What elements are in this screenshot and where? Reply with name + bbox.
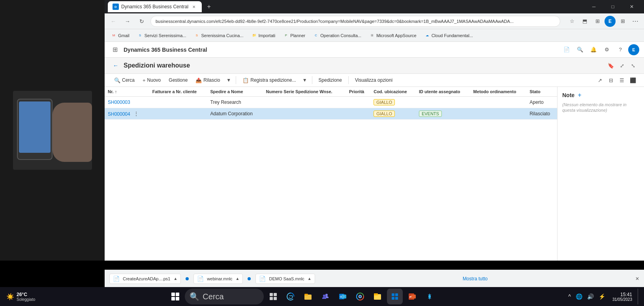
svg-point-6 (325, 294, 328, 296)
manage-label: Gestione (169, 77, 188, 83)
download-item-2[interactable]: 📄 webinar.mnlc ▲ (193, 274, 243, 284)
tray-chevron-icon[interactable]: ^ (567, 293, 573, 300)
weather-icon: ☀️ (6, 293, 14, 300)
register-icon: 📋 (242, 77, 249, 83)
bookmark-planner[interactable]: P Planner (280, 32, 308, 39)
filter-icon[interactable]: ⊟ (606, 75, 616, 85)
browser-menu-button[interactable]: ⋯ (630, 16, 641, 27)
forward-nav-button[interactable]: → (122, 16, 133, 27)
bc-settings-icon[interactable]: ⚙ (601, 44, 612, 55)
bc-help-icon[interactable]: ? (615, 44, 626, 55)
close-button[interactable]: ✕ (623, 0, 641, 13)
taskbar-dynamics-button[interactable] (387, 289, 403, 304)
new-tab-button[interactable]: + (203, 1, 214, 12)
minimize-button[interactable]: ─ (585, 0, 603, 13)
download-bar-close-button[interactable]: ✕ (635, 276, 639, 282)
weather-widget[interactable]: ☀️ 26°C Soleggiato (3, 290, 38, 303)
windows-start-button[interactable] (167, 289, 183, 304)
new-button[interactable]: + Nuovo (139, 76, 164, 85)
bc-profile-icon[interactable]: E (628, 44, 639, 55)
bc-search-icon[interactable]: 🔍 (575, 44, 586, 55)
release-button[interactable]: 📤 Rilascio (192, 76, 223, 85)
tray-network-icon[interactable]: 🌐 (574, 293, 584, 300)
table-row[interactable]: SH000004 ⋮Adatum CorporationGIALLOEVENTS… (105, 108, 557, 120)
row-link-nr[interactable]: SH000004 (108, 111, 130, 117)
url-bar[interactable]: businesscentral.dynamics.com/efc254eb-dd… (150, 16, 560, 27)
download-item-3[interactable]: 📄 DEMO SaaS.mnlc ▲ (255, 274, 315, 284)
col-nr-label: Nr. ↑ (108, 89, 117, 94)
taskbar-teams-button[interactable] (317, 289, 333, 304)
release-label: Rilascio (203, 77, 220, 83)
row-badge-id_utente: EVENTS (419, 111, 442, 117)
bookmark-servizi[interactable]: S Servizi Serenissima... (134, 32, 190, 39)
col-cod-ubicazione-label: Cod. ubicazione (374, 89, 407, 94)
browser-tab[interactable]: D Dynamics 365 Business Central ✕ (108, 1, 202, 12)
taskbar-search-icon: 🔍 (190, 292, 199, 301)
back-nav-button[interactable]: ← (108, 16, 119, 27)
bc-notifications-icon[interactable]: 🔔 (588, 44, 599, 55)
bc-topbar: ⊞ Dynamics 365 Business Central 📄 🔍 🔔 ⚙ … (105, 42, 644, 58)
show-desktop-button[interactable] (638, 289, 641, 304)
toolbar-right: ↗ ⊟ ☰ ⬛ (595, 75, 638, 85)
register-dropdown-button[interactable]: ▼ (301, 76, 309, 84)
grid-view-icon[interactable]: ⬛ (628, 75, 638, 85)
extensions-icon[interactable]: ⊞ (617, 16, 628, 27)
row-badge-cod_ubicazione: GIALLO (374, 111, 395, 117)
bookmark-page-icon[interactable]: 🔖 (606, 61, 616, 70)
col-nr[interactable]: Nr. ↑ (105, 87, 149, 97)
download-item-1[interactable]: 📄 CreateAzureADAp....ps1 ▲ (109, 274, 181, 284)
taskbar-edge-button[interactable] (283, 289, 299, 304)
bookmark-importati[interactable]: 📁 Importati (248, 32, 279, 39)
bookmark-cloud[interactable]: ☁ Cloud Fundamental... (421, 32, 476, 39)
page-back-button[interactable]: ← (111, 61, 120, 70)
svg-rect-23 (411, 295, 416, 298)
taskbar-explorer-button[interactable] (300, 289, 316, 304)
bookmark-gmail[interactable]: M Gmail (108, 32, 133, 39)
taskbar-outlook-button[interactable]: O (335, 289, 351, 304)
view-options-button[interactable]: Visualizza opzioni (352, 76, 396, 84)
release-dropdown-button[interactable]: ▼ (225, 76, 233, 84)
collections-icon[interactable]: ⊞ (592, 16, 603, 27)
url-text: businesscentral.dynamics.com/efc254eb-dd… (156, 19, 514, 24)
bookmark-operation[interactable]: C Operation Consulta... (310, 32, 364, 39)
download-webinar-chevron[interactable]: ▲ (236, 276, 240, 281)
app-grid-icon[interactable]: ⊞ (109, 44, 120, 55)
download-ps1-chevron[interactable]: ▲ (173, 276, 177, 281)
shipment-button[interactable]: Spedizione (315, 76, 345, 84)
browser-sidebar-icon[interactable]: ⬒ (579, 16, 590, 27)
note-add-button[interactable]: + (578, 92, 581, 99)
bookmark-star-icon[interactable]: ☆ (567, 16, 578, 27)
bc-documents-icon[interactable]: 📄 (561, 44, 572, 55)
search-button[interactable]: 🔍 Cerca (111, 76, 138, 85)
open-new-window-icon[interactable]: ⤢ (617, 61, 627, 70)
taskbar-files-button[interactable] (370, 289, 385, 304)
taskbar-powerpoint-button[interactable]: P (404, 289, 420, 304)
page-header: ← Spedizioni warehouse 🔖 ⤢ ⤡ (105, 58, 644, 73)
download-demo-chevron[interactable]: ▲ (308, 276, 312, 281)
register-label: Registra spedizione... (250, 77, 296, 83)
row-menu-button[interactable]: ⋮ (130, 111, 141, 117)
task-view-button[interactable] (265, 289, 281, 304)
note-header: Note + (562, 92, 639, 99)
tray-battery-icon[interactable]: ⚡ (597, 293, 607, 300)
table-row[interactable]: SH000003Trey ResearchGIALLOAperto (105, 97, 557, 108)
refresh-button[interactable]: ↻ (136, 16, 147, 27)
profile-button[interactable]: E (605, 16, 616, 27)
expand-icon[interactable]: ⤡ (628, 61, 638, 70)
tab-close-button[interactable]: ✕ (191, 4, 197, 10)
manage-button[interactable]: Gestione (165, 76, 191, 84)
search-icon: 🔍 (114, 77, 120, 83)
bookmark-appsource[interactable]: ⊞ Microsoft AppSource (366, 32, 420, 39)
row-link-nr[interactable]: SH000003 (108, 99, 130, 105)
time-widget[interactable]: 15:41 31/05/2023 (609, 291, 635, 302)
register-button[interactable]: 📋 Registra spedizione... (239, 76, 299, 85)
taskbar-chrome-button[interactable] (352, 289, 368, 304)
bookmark-serenissima[interactable]: S Serenissima Cucina... (191, 32, 247, 39)
taskbar-search-button[interactable]: 🔍 Cerca (185, 289, 264, 304)
share-icon[interactable]: ↗ (595, 75, 605, 85)
taskbar-settings-button[interactable] (422, 289, 437, 304)
list-view-icon[interactable]: ☰ (617, 75, 627, 85)
maximize-button[interactable]: □ (604, 0, 622, 13)
mostra-tutto-button[interactable]: Mostra tutto (463, 276, 488, 282)
tray-volume-icon[interactable]: 🔊 (586, 293, 595, 300)
